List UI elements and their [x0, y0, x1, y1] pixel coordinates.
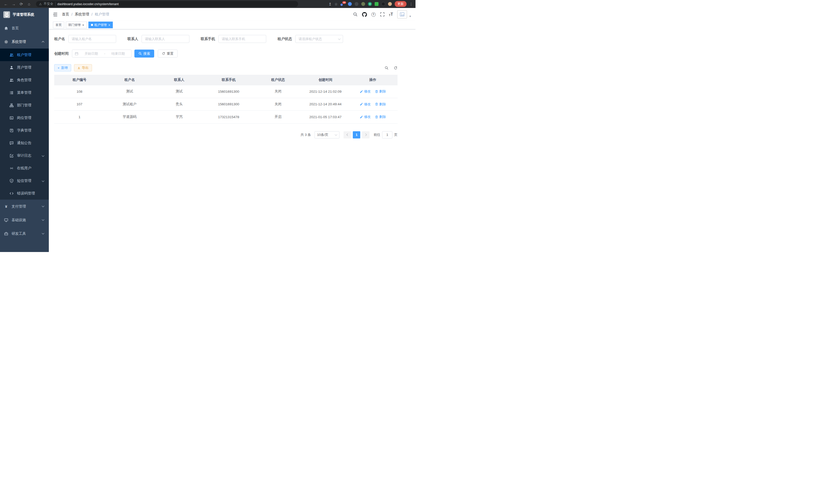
page-content: 租户名 联系人 联系手机 租户状态 请选择租户状态	[49, 29, 416, 252]
search-button[interactable]: 搜索	[134, 50, 154, 58]
breadcrumb-home[interactable]: 首页	[62, 12, 69, 17]
sidebar-item-system[interactable]: 系统管理	[0, 35, 49, 49]
sidebar-logo[interactable]: 芋道管理系统	[0, 8, 49, 21]
edit-link[interactable]: 修改	[360, 102, 371, 107]
status-placeholder: 请选择租户状态	[298, 37, 322, 41]
bookmark-star-icon[interactable]: ☆	[334, 2, 338, 6]
extension-y-icon[interactable]: Y	[368, 2, 372, 6]
top-navbar: 首页 / 系统管理 / 租户管理 ?	[49, 8, 416, 21]
tab-dept[interactable]: 部门管理 ×	[66, 22, 87, 28]
reload-icon[interactable]: ⟳	[18, 2, 25, 6]
search-icon	[139, 52, 142, 55]
tenant-name-input[interactable]	[68, 35, 116, 43]
back-icon[interactable]: ←	[3, 2, 9, 6]
page-size-select[interactable]: 10条/页	[315, 131, 339, 139]
chevron-down-icon	[42, 180, 45, 182]
extension-olive-icon[interactable]	[361, 2, 365, 6]
trash-icon	[375, 115, 378, 119]
sidebar-item-role[interactable]: 角色管理	[0, 74, 49, 86]
prev-page-button[interactable]	[344, 131, 351, 139]
fullscreen-icon[interactable]	[380, 12, 385, 17]
sidebar-item-dict[interactable]: 字典管理	[0, 124, 49, 137]
hamburger-icon[interactable]	[53, 12, 58, 17]
extension-globe-icon[interactable]	[354, 2, 359, 6]
edit-link[interactable]: 修改	[360, 115, 371, 119]
tab-home[interactable]: 首页	[53, 22, 64, 28]
delete-link[interactable]: 删除	[375, 102, 386, 107]
calendar-icon	[75, 52, 78, 56]
browser-menu-icon[interactable]: ⋮	[409, 2, 413, 6]
browser-update-button[interactable]: 更新	[395, 1, 406, 7]
header-search-icon[interactable]	[353, 12, 358, 17]
address-bar[interactable]: ⚠ 不安全 dashboard.yudao.iocoder.cn/system/…	[36, 1, 298, 7]
sidebar-item-user[interactable]: 用户管理	[0, 61, 49, 74]
extension-plug-icon[interactable]	[381, 2, 385, 6]
breadcrumb-system[interactable]: 系统管理	[75, 12, 89, 17]
delete-link[interactable]: 删除	[375, 89, 386, 94]
next-page-button[interactable]	[362, 131, 370, 139]
close-icon[interactable]: ×	[82, 23, 84, 27]
sidebar-item-infra[interactable]: 基础设施	[0, 213, 49, 227]
col-actions: 操作	[348, 75, 398, 85]
gear-icon	[4, 40, 8, 44]
sidebar-item-label: 用户管理	[17, 65, 31, 70]
sidebar-item-dept[interactable]: 部门管理	[0, 99, 49, 112]
sidebar-item-notice[interactable]: 通知公告	[0, 137, 49, 149]
goto-page-input[interactable]	[382, 131, 392, 139]
sidebar-item-label: 在线用户	[17, 166, 31, 171]
tab-tenant[interactable]: 租户管理 ×	[88, 22, 113, 28]
sidebar-item-home[interactable]: 首页	[0, 21, 49, 35]
show-search-icon[interactable]	[385, 66, 389, 70]
sidebar-item-errorcode[interactable]: 错误码管理	[0, 187, 49, 200]
avatar[interactable]	[397, 10, 407, 19]
search-button-label: 搜索	[143, 51, 150, 56]
refresh-icon	[162, 52, 165, 55]
delete-link[interactable]: 删除	[375, 115, 386, 119]
contact-input[interactable]	[142, 35, 190, 43]
share-icon[interactable]: ↥	[328, 2, 332, 6]
edit-link[interactable]: 修改	[360, 89, 371, 94]
forward-icon[interactable]: →	[10, 2, 17, 6]
col-tenant-id: 租户编号	[54, 75, 105, 85]
date-range-picker[interactable]: 开始日期 - 结束日期	[72, 50, 132, 58]
chevron-down-icon	[42, 218, 45, 221]
announcement-icon	[9, 141, 13, 145]
col-tenant-name: 租户名	[105, 75, 154, 85]
chevron-down-icon	[335, 133, 337, 136]
sidebar-item-post[interactable]: 岗位管理	[0, 112, 49, 124]
extension-drop-icon[interactable]	[348, 2, 352, 6]
filter-create-time: 创建时间 开始日期 - 结束日期	[54, 50, 132, 58]
avatar-caret-icon[interactable]: ▾	[409, 14, 411, 19]
sidebar-item-sms[interactable]: 短信管理	[0, 174, 49, 187]
github-icon[interactable]	[362, 12, 367, 17]
sidebar-item-devtools[interactable]: 研发工具	[0, 227, 49, 240]
sidebar-item-online[interactable]: 在线用户	[0, 162, 49, 174]
table-row: 108 测试 测试 15601691300 关闭 2021-12-14 21:0…	[54, 85, 398, 98]
sidebar-item-tenant[interactable]: 租户管理	[0, 49, 49, 61]
extension-chat-icon[interactable]	[375, 2, 378, 6]
cell-status: 关闭	[253, 98, 303, 111]
chevron-down-icon	[42, 232, 45, 235]
chevron-left-icon	[346, 134, 349, 136]
sidebar-item-menu[interactable]: 菜单管理	[0, 86, 49, 99]
help-icon[interactable]: ?	[371, 12, 376, 17]
home-icon[interactable]: ⌂	[26, 2, 32, 6]
close-icon[interactable]: ×	[109, 23, 111, 27]
date-end-placeholder: 结束日期	[108, 51, 129, 56]
sidebar-item-payment[interactable]: ¥ 支付管理	[0, 200, 49, 213]
phone-input[interactable]	[219, 35, 266, 43]
cell-phone: 15601691300	[204, 98, 253, 111]
edit-icon	[360, 102, 363, 106]
reset-button[interactable]: 重置	[158, 50, 177, 58]
not-secure-icon: ⚠	[39, 2, 42, 6]
status-select[interactable]: 请选择租户状态	[295, 35, 343, 43]
export-button[interactable]: 导出	[74, 64, 92, 71]
extension-pin-icon[interactable]: 10	[341, 2, 345, 6]
extension-face-icon[interactable]	[388, 2, 392, 6]
text-size-icon[interactable]: TT	[389, 12, 393, 17]
sidebar-item-audit[interactable]: 审计日志	[0, 149, 49, 162]
page-1-button[interactable]: 1	[353, 131, 360, 139]
add-button[interactable]: + 新增	[54, 64, 71, 71]
refresh-table-icon[interactable]	[394, 66, 398, 70]
filter-contact: 联系人	[127, 35, 190, 43]
